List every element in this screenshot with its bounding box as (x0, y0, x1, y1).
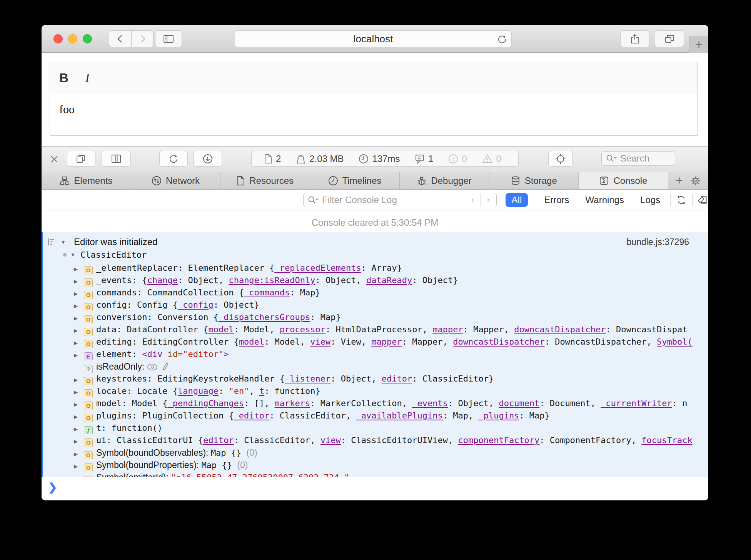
add-tab-button[interactable]: + (676, 173, 683, 188)
gear-icon[interactable] (690, 175, 701, 186)
console-property-row[interactable]: ?isReadOnly: (43, 360, 708, 373)
console-command-line[interactable]: ❯ (42, 477, 708, 500)
clear-console-icon[interactable] (697, 195, 708, 205)
share-button[interactable] (620, 30, 649, 47)
speech-bubble-icon (415, 154, 425, 164)
zoom-window-button[interactable] (83, 34, 92, 43)
stat-time[interactable]: 137ms (359, 153, 400, 164)
scope-all-button[interactable]: All (506, 193, 528, 207)
preserve-log-icon[interactable] (676, 195, 686, 205)
weight-icon (296, 154, 306, 164)
disclosure-triangle-icon[interactable]: ▶ (74, 325, 84, 336)
stat-pages[interactable]: 2 (264, 153, 281, 164)
prompt-chevron-icon: ❯ (48, 481, 57, 493)
scope-warnings-button[interactable]: Warnings (586, 195, 624, 205)
console-property-row[interactable]: ▶Oconfig: Config {_config: Object} (43, 299, 708, 311)
disclosure-triangle-icon[interactable]: ▶ (74, 275, 84, 287)
disclosure-triangle-icon[interactable]: ▶ (74, 300, 84, 311)
console-property-row[interactable]: ▶Oconversion: Conversion {_dispatchersGr… (43, 311, 708, 323)
reload-page-button[interactable] (159, 151, 188, 167)
filter-console-input[interactable]: Filter Console Log ‹ › (303, 193, 497, 207)
type-badge-icon: O (84, 389, 93, 397)
inspector-search-field[interactable]: Search (601, 151, 675, 166)
stat-console-messages[interactable]: 1 (415, 153, 433, 164)
tabs-icon (664, 34, 675, 44)
log-entry-header[interactable]: ▼ Editor was initialized bundle.js:37296 (43, 235, 708, 248)
type-badge-icon: f (84, 426, 93, 434)
stat-errors[interactable]: 0 (448, 153, 467, 164)
console-property-row[interactable]: ▶O_events: {change: Object, change:isRea… (43, 274, 708, 287)
disclosure-triangle-icon[interactable]: ▶ (74, 435, 84, 447)
disclosure-triangle-icon[interactable]: ▶ (74, 337, 84, 348)
close-window-button[interactable] (53, 34, 63, 43)
console-property-row[interactable]: ▶Oui: ClassicEditorUI {editor: ClassicEd… (43, 434, 708, 447)
stat-size[interactable]: 2.03 MB (296, 153, 344, 164)
disclosure-triangle-icon[interactable]: ▶ (74, 386, 84, 397)
tab-overview-button[interactable] (655, 30, 684, 47)
console-log-entry[interactable]: ▼ Editor was initialized bundle.js:37296… (42, 232, 708, 477)
sidebar-toggle-button[interactable] (155, 30, 182, 47)
console-property-row[interactable]: ▶O_elementReplacer: ElementReplacer {_re… (43, 262, 708, 274)
console-property-row[interactable]: ▶Omodel: Model {_pendingChanges: [], mar… (43, 397, 708, 410)
chevron-left-icon (115, 34, 125, 44)
getter-setter-icons[interactable] (147, 362, 171, 372)
forward-button[interactable] (131, 31, 153, 47)
filter-placeholder: Filter Console Log (319, 195, 465, 205)
disclosure-triangle-icon[interactable]: ▼ (70, 252, 80, 258)
console-property-row[interactable]: ▶Ocommands: CommandCollection {_commands… (43, 287, 708, 299)
italic-button[interactable]: I (85, 71, 90, 85)
disclosure-triangle-icon[interactable]: ▶ (74, 312, 84, 323)
disclosure-triangle-icon[interactable]: ▶ (74, 263, 84, 274)
eye-icon (147, 363, 158, 371)
tab-console[interactable]: Console (579, 172, 668, 189)
type-badge-icon: O (84, 451, 93, 459)
disclosure-triangle-icon[interactable]: ▶ (74, 374, 84, 385)
object-root-row[interactable]: ▼ ClassicEditor (43, 248, 708, 261)
tab-elements[interactable]: Elements (42, 172, 131, 189)
tab-resources[interactable]: Resources (220, 172, 310, 189)
scope-logs-button[interactable]: Logs (640, 195, 660, 205)
console-property-row[interactable]: ▶Olocale: Locale {language: "en", t: fun… (43, 385, 708, 397)
reload-button[interactable] (497, 34, 507, 45)
disclosure-triangle-icon[interactable]: ▶ (74, 423, 84, 434)
console-property-row[interactable]: ▶OSymbol(boundObservables): Map {} (0) (43, 447, 708, 459)
minimize-window-button[interactable] (68, 34, 77, 43)
disclosure-triangle-icon[interactable]: ▼ (61, 239, 71, 245)
element-picker-button[interactable] (548, 151, 573, 167)
find-next-button[interactable]: › (481, 193, 496, 207)
tab-network[interactable]: Network (131, 172, 221, 189)
close-inspector-button[interactable] (48, 153, 60, 165)
back-button[interactable] (109, 31, 131, 47)
editor-content[interactable]: foo (50, 93, 698, 136)
detach-inspector-button[interactable] (67, 151, 95, 167)
console-property-row[interactable]: ▶Oediting: EditingController {model: Mod… (43, 336, 708, 348)
new-tab-button[interactable]: + (689, 36, 708, 53)
scope-errors-button[interactable]: Errors (544, 195, 569, 205)
console-property-row[interactable]: ▶ft: function() (43, 422, 708, 434)
tab-storage[interactable]: Storage (489, 172, 579, 189)
console-property-row[interactable]: ▶Okeystrokes: EditingKeystrokeHandler {_… (43, 373, 708, 385)
console-log-area[interactable]: Console cleared at 5:30:54 PM ▼ Editor w… (42, 210, 708, 500)
download-webarchive-button[interactable] (194, 151, 222, 167)
console-property-row[interactable]: OSymbol(emitterId): "e16-55053-47-276052… (43, 471, 708, 477)
disclosure-triangle-icon[interactable]: ▶ (74, 460, 84, 471)
bold-button[interactable]: B (59, 71, 68, 85)
stat-warnings[interactable]: 0 (482, 153, 501, 164)
console-property-row[interactable]: ▶Odata: DataController {model: Model, pr… (43, 323, 708, 336)
find-previous-button[interactable]: ‹ (465, 193, 481, 207)
console-property-row[interactable]: ▶OSymbol(boundProperties): Map {} (0) (43, 459, 708, 471)
split-view-button[interactable] (102, 151, 131, 167)
console-property-row[interactable]: ▶Oplugins: PluginCollection {_editor: Cl… (43, 410, 708, 422)
source-link[interactable]: bundle.js:37296 (627, 237, 689, 247)
console-property-row[interactable]: ▶Eelement: <div id="editor"> (43, 348, 708, 360)
tab-debugger[interactable]: Debugger (400, 172, 489, 189)
error-octagon-icon (448, 154, 458, 164)
disclosure-triangle-icon[interactable]: ▶ (74, 411, 84, 422)
disclosure-triangle-icon[interactable]: ▶ (74, 349, 84, 360)
divider (670, 194, 671, 206)
disclosure-triangle-icon[interactable]: ▶ (74, 398, 84, 410)
tab-timelines[interactable]: Timelines (310, 172, 400, 189)
disclosure-triangle-icon[interactable]: ▶ (74, 288, 84, 299)
address-bar[interactable]: localhost (235, 30, 512, 47)
disclosure-triangle-icon[interactable]: ▶ (74, 448, 84, 459)
